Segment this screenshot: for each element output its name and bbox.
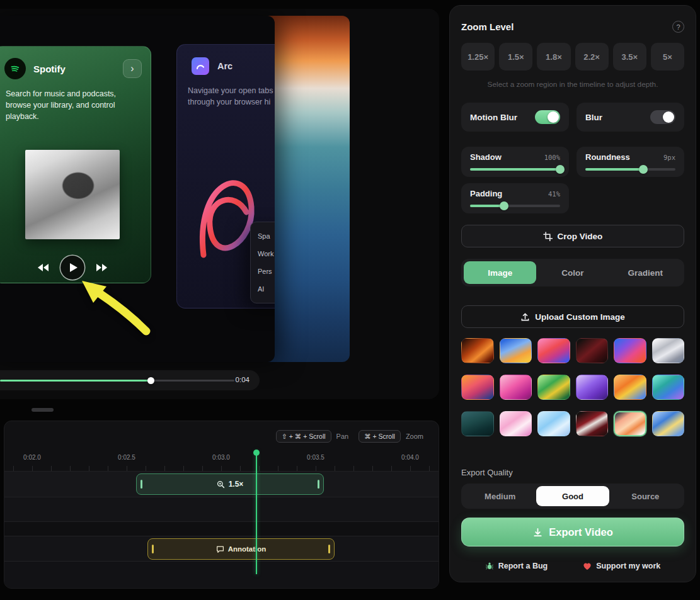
progress-remaining-track <box>151 380 234 382</box>
roundness-value: 9px <box>663 154 675 161</box>
pan-shortcut-label: Pan <box>336 433 349 440</box>
zoom-hint-caption: Select a zoom region in the timeline to … <box>461 80 684 89</box>
next-track-icon <box>96 264 107 271</box>
arc-context-menu: SpaWorkPersAI <box>250 222 275 303</box>
bug-icon <box>485 562 494 570</box>
upload-icon <box>520 312 530 322</box>
wallpaper-thumb-teal-spectrum[interactable] <box>652 375 685 400</box>
menu-item: Spa <box>258 227 275 245</box>
zoom-option-button[interactable]: 1.5× <box>499 43 532 71</box>
segment-right-handle[interactable] <box>318 480 319 489</box>
zoom-option-button[interactable]: 2.2× <box>575 43 609 71</box>
wallpaper-thumb-gray-wave[interactable] <box>652 338 685 363</box>
video-preview-panel: Spotify › Search for music and podcasts,… <box>0 9 439 399</box>
zoom-option-button[interactable]: 1.25× <box>461 43 495 71</box>
recorded-screen-content: Spotify › Search for music and podcasts,… <box>0 16 275 362</box>
wallpaper-thumb-green-yellow-swirl[interactable] <box>537 375 570 400</box>
playhead-cap[interactable] <box>253 450 260 456</box>
previous-track-icon <box>38 264 49 271</box>
slider-knob[interactable] <box>500 201 508 210</box>
wallpaper-thumb-dark-teal-mountains[interactable] <box>461 411 494 436</box>
roundness-slider[interactable] <box>585 168 675 171</box>
ruler-label: 0:02.0 <box>23 454 41 461</box>
blur-setting: Blur <box>577 103 684 132</box>
crop-video-button[interactable]: Crop Video <box>461 225 684 247</box>
wallpaper-thumb-magenta-bloom[interactable] <box>500 375 532 400</box>
wallpaper-thumb-pink-red-blue-wave[interactable] <box>537 338 570 363</box>
segment-left-handle[interactable] <box>152 545 154 553</box>
slider-knob[interactable] <box>556 165 565 174</box>
support-link[interactable]: Support my work <box>583 562 660 570</box>
upload-custom-image-button[interactable]: Upload Custom Image <box>461 305 684 328</box>
tab-color[interactable]: Color <box>536 261 609 284</box>
padding-slider[interactable] <box>470 205 560 207</box>
zoom-option-button[interactable]: 5× <box>651 43 684 71</box>
playback-progress-bar[interactable]: 0:04 <box>0 370 260 390</box>
wallpaper-thumb-crimson-streaks[interactable] <box>576 411 609 436</box>
motion-blur-setting: Motion Blur <box>461 103 569 132</box>
wallpaper-thumb-sunset-orange-blue[interactable] <box>461 375 494 400</box>
zoom-option-button[interactable]: 1.8× <box>537 43 570 71</box>
help-icon[interactable]: ? <box>672 21 684 33</box>
quality-good[interactable]: Good <box>536 486 609 506</box>
zoom-level-options: 1.25× 1.5× 1.8× 2.2× 3.5× 5× <box>461 43 684 71</box>
arc-card-description: Navigate your open tabs through your bro… <box>188 85 275 108</box>
quality-source[interactable]: Source <box>609 486 682 506</box>
wallpaper-thumb-blue-gold-paint[interactable] <box>652 411 685 436</box>
slider-knob[interactable] <box>639 165 648 174</box>
report-bug-link[interactable]: Report a Bug <box>485 562 548 570</box>
progress-scrubber-handle[interactable] <box>147 377 154 384</box>
timeline-minor-ticks <box>4 466 439 471</box>
spacer-track <box>4 521 439 536</box>
wallpaper-thumb-orange-blue-burst[interactable] <box>614 375 646 400</box>
spotify-card-description: Search for music and podcasts, browse yo… <box>6 88 139 122</box>
padding-label: Padding <box>470 189 502 198</box>
ruler-label: 0:02.5 <box>118 454 135 461</box>
support-label: Support my work <box>596 562 660 570</box>
zoom-segment[interactable]: 1.5× <box>136 473 324 495</box>
tab-gradient[interactable]: Gradient <box>609 261 682 284</box>
menu-item: Pers <box>258 263 275 280</box>
crop-icon <box>543 232 553 241</box>
wallpaper-thumb-bigsur-colorful[interactable] <box>614 338 646 363</box>
segment-right-handle[interactable] <box>328 545 330 553</box>
tab-image[interactable]: Image <box>464 261 536 284</box>
blur-toggle[interactable] <box>650 110 675 124</box>
zoom-shortcut-badge: ⌘ + Scroll <box>359 430 401 443</box>
annotation-segment[interactable]: Annotation <box>147 538 335 560</box>
crop-video-label: Crop Video <box>558 232 603 241</box>
upload-custom-image-label: Upload Custom Image <box>535 312 625 322</box>
wallpaper-thumb-soft-pink-clouds[interactable] <box>500 411 532 436</box>
timeline-shortcut-hints: ⇧ + ⌘ + Scroll Pan ⌘ + Scroll Zoom <box>276 430 428 443</box>
speech-bubble-icon <box>216 545 224 553</box>
ruler-label: 0:03.5 <box>307 454 324 461</box>
zoom-shortcut-label: Zoom <box>406 433 423 440</box>
annotation-segment-label: Annotation <box>228 545 267 553</box>
motion-blur-label: Motion Blur <box>470 113 517 122</box>
panel-resize-handle[interactable] <box>32 408 54 412</box>
shadow-value: 100% <box>544 154 560 161</box>
wallpaper-thumb-light-cyan-sky[interactable] <box>537 411 570 436</box>
report-bug-label: Report a Bug <box>498 562 548 570</box>
motion-blur-toggle[interactable] <box>535 110 560 124</box>
wallpaper-thumb-purple-haze[interactable] <box>576 375 609 400</box>
wallpaper-thumb-dark-maroon[interactable] <box>576 338 609 363</box>
export-quality-options: Medium Good Source <box>461 484 684 509</box>
spotify-card: Spotify › Search for music and podcasts,… <box>0 46 151 283</box>
segment-left-handle[interactable] <box>141 480 142 489</box>
empty-bottom-track <box>4 561 439 589</box>
quality-medium[interactable]: Medium <box>464 486 536 506</box>
shadow-slider[interactable] <box>470 168 560 171</box>
download-icon <box>532 527 543 538</box>
timeline-playhead[interactable] <box>256 451 257 574</box>
zoom-option-button[interactable]: 3.5× <box>613 43 646 71</box>
wallpaper-thumb-bigsur-blue-orange[interactable] <box>500 338 532 363</box>
export-video-button[interactable]: Export Video <box>461 518 684 546</box>
wallpaper-thumb-flame-dark[interactable] <box>461 338 494 363</box>
spotify-card-title: Spotify <box>33 64 66 74</box>
wallpaper-thumb-peach-cream[interactable] <box>614 411 646 436</box>
roundness-label: Roundness <box>585 152 630 162</box>
ruler-label: 0:04.0 <box>401 454 419 461</box>
background-type-tabs: Image Color Gradient <box>461 259 684 286</box>
blur-label: Blur <box>585 113 602 122</box>
